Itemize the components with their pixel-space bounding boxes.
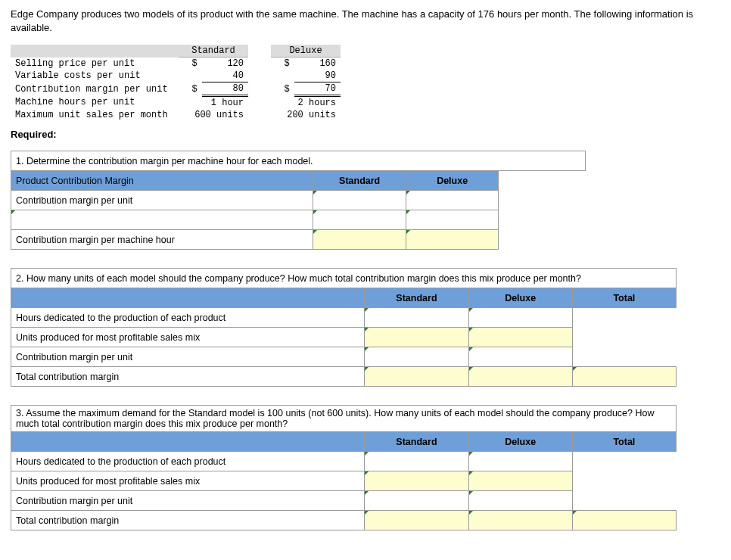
row-variable-costs: Variable costs per unit: [11, 70, 179, 82]
row-max-sales: Maximum unit sales per month: [11, 109, 179, 121]
row-cm-per-unit: Contribution margin per unit: [11, 82, 179, 96]
q2-output-std-units[interactable]: [365, 328, 468, 347]
q2-row-total-cm: Total contribution margin: [11, 367, 365, 387]
row-machine-hours: Machine hours per unit: [11, 96, 179, 110]
q2-input-dlx-hours[interactable]: [468, 308, 572, 328]
q2-input-std-hours[interactable]: [365, 308, 468, 328]
q1-table: 1. Determine the contribution margin per…: [11, 151, 586, 250]
required-heading: Required:: [11, 129, 720, 140]
q1-input-std-divisor[interactable]: [313, 210, 406, 230]
q1-row-blank-label[interactable]: [11, 210, 313, 230]
q3-output-std-total-cm[interactable]: [365, 511, 468, 530]
q3-prompt: 3. Assume the maximum demand for the Sta…: [11, 406, 677, 432]
q3-input-dlx-hours[interactable]: [468, 452, 572, 471]
q2-output-total-cm[interactable]: [572, 367, 676, 387]
q1-input-std-cm-unit[interactable]: [313, 191, 406, 210]
q3-output-total-cm[interactable]: [572, 511, 676, 530]
q1-head-label: Product Contribution Margin: [11, 171, 313, 191]
q1-prompt: 1. Determine the contribution margin per…: [11, 151, 586, 171]
q1-head-deluxe: Deluxe: [406, 171, 499, 191]
q1-output-dlx-cm-mh[interactable]: [406, 230, 499, 250]
q3-input-std-hours[interactable]: [365, 452, 468, 471]
q3-head-standard: Standard: [365, 432, 468, 452]
q1-output-std-cm-mh[interactable]: [313, 230, 406, 250]
q3-row-total-cm: Total contribution margin: [11, 511, 365, 530]
q3-input-dlx-cm-unit[interactable]: [468, 491, 572, 511]
q3-output-std-units[interactable]: [365, 471, 468, 491]
q2-row-units: Units produced for most profitable sales…: [11, 328, 365, 347]
q1-input-dlx-cm-unit[interactable]: [406, 191, 499, 210]
q3-table: 3. Assume the maximum demand for the Sta…: [11, 405, 677, 530]
col-standard: Standard: [179, 45, 248, 58]
q3-row-units: Units produced for most profitable sales…: [11, 471, 365, 491]
q2-table: 2. How many units of each model should t…: [11, 268, 677, 387]
q1-row-cm-mh: Contribution margin per machine hour: [11, 230, 313, 250]
q1-head-standard: Standard: [313, 171, 406, 191]
q3-output-dlx-units[interactable]: [468, 471, 572, 491]
q2-input-dlx-cm-unit[interactable]: [468, 347, 572, 367]
q2-output-std-total-cm[interactable]: [365, 367, 468, 387]
q1-input-dlx-divisor[interactable]: [406, 210, 499, 230]
q1-row-cm-unit: Contribution margin per unit: [11, 191, 313, 210]
q2-prompt: 2. How many units of each model should t…: [11, 269, 677, 288]
q3-input-std-cm-unit[interactable]: [365, 491, 468, 511]
q3-row-cm-unit: Contribution margin per unit: [11, 491, 365, 511]
q3-row-hours: Hours dedicated to the production of eac…: [11, 452, 365, 471]
q2-row-cm-unit: Contribution margin per unit: [11, 347, 365, 367]
q3-head-total: Total: [572, 432, 676, 452]
col-deluxe: Deluxe: [271, 45, 341, 58]
q2-output-dlx-total-cm[interactable]: [468, 367, 572, 387]
given-data-table: Standard Deluxe Selling price per unit $…: [11, 45, 341, 121]
q3-output-dlx-total-cm[interactable]: [468, 511, 572, 530]
q2-head-deluxe: Deluxe: [468, 288, 572, 308]
row-selling-price: Selling price per unit: [11, 58, 179, 70]
q2-output-dlx-units[interactable]: [468, 328, 572, 347]
q2-head-standard: Standard: [365, 288, 468, 308]
intro-text: Edge Company produces two models of its …: [11, 8, 720, 34]
q2-input-std-cm-unit[interactable]: [365, 347, 468, 367]
q2-head-total: Total: [572, 288, 676, 308]
q3-head-deluxe: Deluxe: [468, 432, 572, 452]
q2-row-hours: Hours dedicated to the production of eac…: [11, 308, 365, 328]
